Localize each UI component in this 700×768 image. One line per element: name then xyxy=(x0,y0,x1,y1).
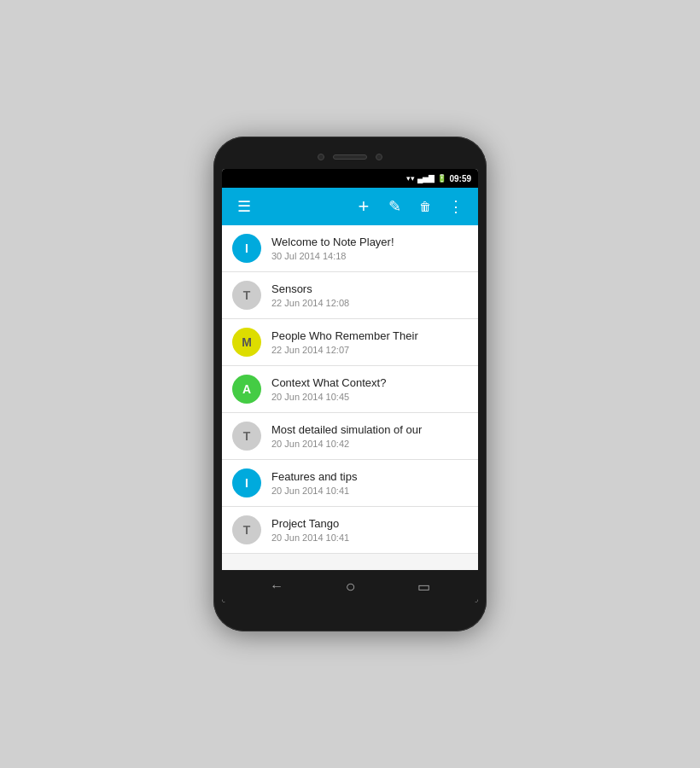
note-content: Features and tips 20 Jun 2014 10:41 xyxy=(271,470,468,497)
note-date: 22 Jun 2014 12:07 xyxy=(271,345,468,355)
status-bar: ▾▾ ▄▅▇ 🔋 09:59 xyxy=(222,169,478,188)
phone-top-bar xyxy=(222,148,478,166)
note-list-item[interactable]: A Context What Context? 20 Jun 2014 10:4… xyxy=(222,366,478,413)
note-avatar: M xyxy=(232,328,261,357)
recents-button[interactable]: ▭ xyxy=(417,579,430,595)
note-content: Most detailed simulation of our 20 Jun 2… xyxy=(271,423,468,450)
note-list-item[interactable]: M People Who Remember Their 22 Jun 2014 … xyxy=(222,319,478,366)
status-time: 09:59 xyxy=(449,174,471,183)
note-avatar: T xyxy=(232,422,261,451)
note-avatar: A xyxy=(232,375,261,404)
home-button[interactable]: ○ xyxy=(345,577,355,596)
note-title: Project Tango xyxy=(271,517,468,532)
note-avatar: T xyxy=(232,515,261,544)
note-title: Welcome to Note Player! xyxy=(271,236,468,250)
note-date: 22 Jun 2014 12:08 xyxy=(271,298,468,308)
back-button[interactable]: ← xyxy=(270,579,283,594)
toolbar-actions: + ✎ 🗑 ⋮ xyxy=(350,193,470,220)
note-date: 20 Jun 2014 10:42 xyxy=(271,439,468,449)
note-date: 20 Jun 2014 10:41 xyxy=(271,486,468,496)
note-avatar: I xyxy=(232,468,261,497)
phone-device: ▾▾ ▄▅▇ 🔋 09:59 ☰ + ✎ 🗑 ⋮ I Welcome to No… xyxy=(213,137,487,631)
note-content: Sensors 22 Jun 2014 12:08 xyxy=(271,282,468,309)
note-list-item[interactable]: I Welcome to Note Player! 30 Jul 2014 14… xyxy=(222,225,478,272)
menu-button[interactable]: ☰ xyxy=(230,193,258,220)
sensor xyxy=(376,154,382,160)
note-list-item[interactable]: I Features and tips 20 Jun 2014 10:41 xyxy=(222,460,478,507)
more-options-button[interactable]: ⋮ xyxy=(442,193,470,220)
phone-bottom-bar xyxy=(222,606,478,620)
app-toolbar: ☰ + ✎ 🗑 ⋮ xyxy=(222,188,478,225)
delete-button[interactable]: 🗑 xyxy=(411,193,439,220)
note-content: Welcome to Note Player! 30 Jul 2014 14:1… xyxy=(271,236,468,262)
front-camera xyxy=(318,154,324,160)
note-list-item[interactable]: T Sensors 22 Jun 2014 12:08 xyxy=(222,272,478,319)
status-icons: ▾▾ ▄▅▇ 🔋 09:59 xyxy=(406,174,471,183)
phone-screen: ▾▾ ▄▅▇ 🔋 09:59 ☰ + ✎ 🗑 ⋮ I Welcome to No… xyxy=(222,169,478,602)
signal-icon: ▄▅▇ xyxy=(417,174,435,183)
note-title: Most detailed simulation of our xyxy=(271,423,468,438)
note-list-item[interactable]: T Project Tango 20 Jun 2014 10:41 xyxy=(222,507,478,554)
earpiece-speaker xyxy=(333,154,367,160)
note-content: Context What Context? 20 Jun 2014 10:45 xyxy=(271,376,468,403)
note-list: I Welcome to Note Player! 30 Jul 2014 14… xyxy=(222,225,478,570)
note-content: People Who Remember Their 22 Jun 2014 12… xyxy=(271,329,468,356)
note-date: 20 Jun 2014 10:41 xyxy=(271,532,468,543)
note-title: Features and tips xyxy=(271,470,468,485)
note-date: 30 Jul 2014 14:18 xyxy=(271,251,468,261)
battery-icon: 🔋 xyxy=(437,174,446,183)
nav-bar: ← ○ ▭ xyxy=(222,570,478,602)
note-title: Sensors xyxy=(271,282,468,297)
edit-button[interactable]: ✎ xyxy=(381,193,408,220)
note-title: People Who Remember Their xyxy=(271,329,468,344)
add-note-button[interactable]: + xyxy=(350,193,377,220)
note-avatar: T xyxy=(232,281,261,310)
note-date: 20 Jun 2014 10:45 xyxy=(271,392,468,402)
wifi-icon: ▾▾ xyxy=(406,174,415,183)
note-title: Context What Context? xyxy=(271,376,468,391)
note-list-item[interactable]: T Most detailed simulation of our 20 Jun… xyxy=(222,413,478,460)
note-avatar: I xyxy=(232,234,261,263)
note-content: Project Tango 20 Jun 2014 10:41 xyxy=(271,517,468,544)
